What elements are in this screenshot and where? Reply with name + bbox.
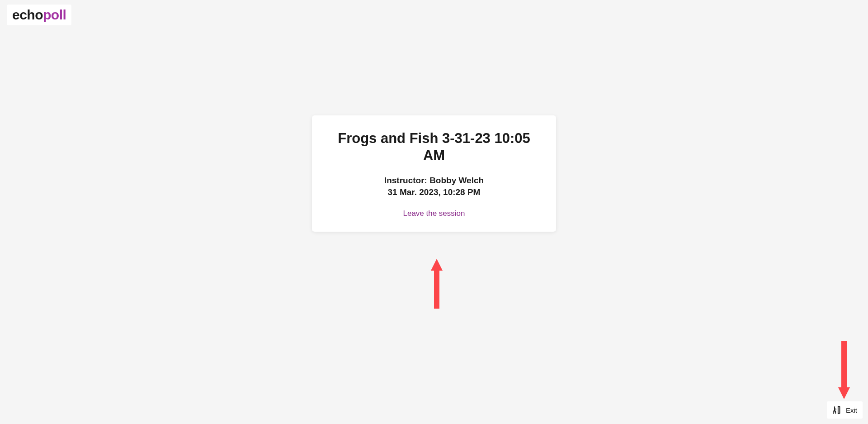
instructor-label: Instructor: Bobby Welch	[326, 176, 542, 186]
leave-session-link[interactable]: Leave the session	[403, 209, 465, 218]
annotation-arrow-up-icon	[433, 259, 440, 309]
main-content-area: Frogs and Fish 3-31-23 10:05 AM Instruct…	[0, 0, 868, 424]
exit-button[interactable]: Exit	[827, 401, 863, 419]
session-title: Frogs and Fish 3-31-23 10:05 AM	[326, 130, 542, 163]
exit-label: Exit	[846, 406, 857, 414]
exit-icon	[832, 405, 842, 415]
session-card: Frogs and Fish 3-31-23 10:05 AM Instruct…	[312, 115, 556, 231]
annotation-arrow-down-icon	[840, 341, 848, 400]
session-datetime: 31 Mar. 2023, 10:28 PM	[326, 187, 542, 197]
